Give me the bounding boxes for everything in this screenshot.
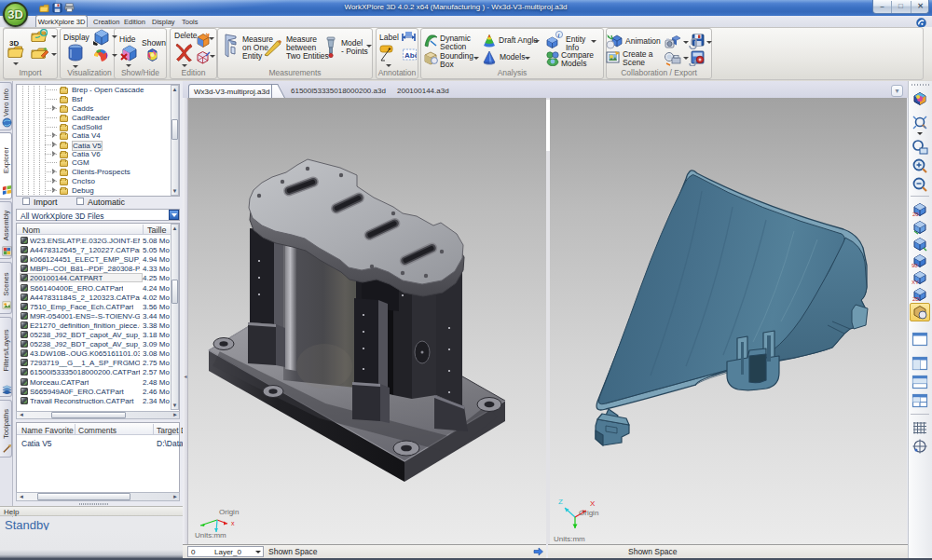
svg-text:20: 20: [912, 212, 919, 217]
svg-text:XY: XY: [911, 280, 919, 285]
svg-text:i: i: [557, 32, 559, 38]
svg-text:Units:mm: Units:mm: [195, 531, 226, 540]
svg-text:Origin: Origin: [579, 509, 598, 517]
svg-text:Units:mm: Units:mm: [554, 535, 585, 543]
svg-text:Abc: Abc: [404, 51, 417, 60]
svg-text:x: x: [231, 520, 235, 526]
svg-text:Origin: Origin: [219, 508, 239, 516]
svg-text:2D: 2D: [912, 296, 920, 302]
svg-text:Z: Z: [558, 498, 563, 506]
svg-text:X: X: [590, 499, 596, 508]
svg-text:90: 90: [911, 263, 918, 268]
